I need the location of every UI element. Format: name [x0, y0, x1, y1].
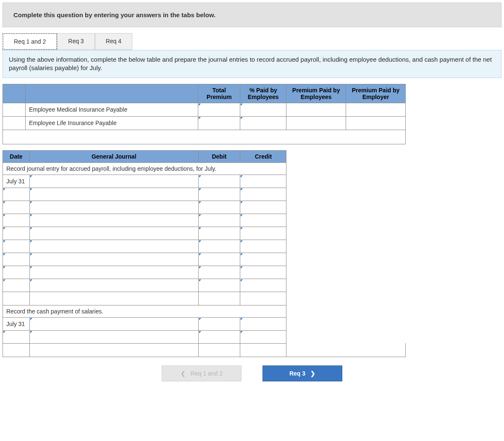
- header-date: Date: [3, 150, 30, 162]
- table-row: [3, 292, 406, 305]
- header-blank-2: [25, 84, 198, 103]
- header-credit: Credit: [240, 150, 286, 162]
- next-button[interactable]: Req 3 ❯: [262, 365, 342, 381]
- input-account: [29, 292, 198, 305]
- input-debit[interactable]: [198, 240, 240, 253]
- input-account[interactable]: [29, 201, 198, 214]
- input-account[interactable]: [29, 330, 198, 343]
- input-date[interactable]: [3, 266, 30, 279]
- premium-row-life: Employee Life Insurance Payable: [3, 116, 406, 130]
- spacer-row: [3, 130, 406, 144]
- input-debit[interactable]: [198, 188, 240, 201]
- input-pct-life[interactable]: [240, 116, 286, 130]
- header-general-journal: General Journal: [29, 150, 198, 162]
- input-credit[interactable]: [240, 330, 286, 343]
- input-credit[interactable]: [240, 279, 286, 292]
- calc-paid-empr-life: [346, 116, 406, 130]
- cell-date-2: July 31: [3, 317, 30, 330]
- table-row: [3, 266, 406, 279]
- input-debit[interactable]: [198, 253, 240, 266]
- input-date[interactable]: [3, 214, 30, 227]
- input-date[interactable]: [3, 253, 30, 266]
- input-debit[interactable]: [198, 227, 240, 240]
- premium-table: Total Premium % Paid by Employees Premiu…: [3, 84, 406, 144]
- header-paid-employer: Premium Paid by Employer: [346, 84, 406, 103]
- input-credit: [240, 343, 286, 357]
- input-total-life[interactable]: [198, 116, 240, 130]
- input-debit[interactable]: [198, 214, 240, 227]
- input-account[interactable]: [29, 253, 198, 266]
- input-account[interactable]: [29, 188, 198, 201]
- table-row: July 31: [3, 175, 406, 188]
- table-row: [3, 253, 406, 266]
- input-credit[interactable]: [240, 175, 286, 188]
- input-date[interactable]: [3, 227, 30, 240]
- input-debit[interactable]: [198, 317, 240, 330]
- input-debit[interactable]: [198, 201, 240, 214]
- input-credit[interactable]: [240, 253, 286, 266]
- input-date[interactable]: [3, 240, 30, 253]
- header-total-premium: Total Premium: [198, 84, 240, 103]
- input-credit[interactable]: [240, 188, 286, 201]
- prev-button[interactable]: ❮ Req 1 and 2: [162, 365, 242, 381]
- table-row: [3, 343, 406, 357]
- table-row: July 31: [3, 317, 406, 330]
- premium-row-medical: Employee Medical Insurance Payable: [3, 103, 406, 116]
- table-row: [3, 279, 406, 292]
- label-medical-insurance: Employee Medical Insurance Payable: [25, 103, 198, 116]
- nav-bar: ❮ Req 1 and 2 Req 3 ❯: [3, 365, 501, 390]
- input-account[interactable]: [29, 266, 198, 279]
- header-paid-employees: Premium Paid by Employees: [286, 84, 346, 103]
- calc-paid-emp-medical: [286, 103, 346, 116]
- input-debit[interactable]: [198, 330, 240, 343]
- cell-blank: [3, 116, 26, 130]
- input-debit: [198, 292, 240, 305]
- input-account[interactable]: [29, 214, 198, 227]
- input-account[interactable]: [29, 317, 198, 330]
- input-account[interactable]: [29, 175, 198, 188]
- cell-date-1: July 31: [3, 175, 30, 188]
- tab-req-3[interactable]: Req 3: [57, 33, 94, 50]
- input-credit[interactable]: [240, 317, 286, 330]
- header-blank-1: [3, 84, 26, 103]
- input-credit: [240, 292, 286, 305]
- table-row: [3, 227, 406, 240]
- input-debit[interactable]: [198, 266, 240, 279]
- next-label: Req 3: [289, 370, 305, 377]
- input-credit[interactable]: [240, 201, 286, 214]
- header-debit: Debit: [198, 150, 240, 162]
- chevron-left-icon: ❮: [181, 370, 186, 377]
- tab-req-4[interactable]: Req 4: [95, 33, 132, 50]
- input-credit[interactable]: [240, 214, 286, 227]
- input-pct-medical[interactable]: [240, 103, 286, 116]
- table-row: [3, 330, 406, 343]
- instruction-banner: Complete this question by entering your …: [3, 3, 501, 27]
- instruction-text: Complete this question by entering your …: [13, 11, 215, 18]
- input-credit[interactable]: [240, 227, 286, 240]
- chevron-right-icon: ❯: [310, 370, 315, 377]
- input-account: [29, 343, 198, 357]
- calc-paid-emp-life: [286, 116, 346, 130]
- input-date: [3, 343, 30, 357]
- input-account[interactable]: [29, 240, 198, 253]
- input-credit[interactable]: [240, 240, 286, 253]
- input-total-medical[interactable]: [198, 103, 240, 116]
- instruction-accrued-payroll: Record journal entry for accrued payroll…: [3, 162, 286, 175]
- input-credit[interactable]: [240, 266, 286, 279]
- input-date[interactable]: [3, 330, 30, 343]
- tab-bar: Req 1 and 2 Req 3 Req 4: [3, 33, 501, 50]
- calc-paid-empr-medical: [346, 103, 406, 116]
- tab-req-1-and-2[interactable]: Req 1 and 2: [3, 33, 57, 50]
- input-account[interactable]: [29, 227, 198, 240]
- table-row: [3, 188, 406, 201]
- input-date[interactable]: [3, 279, 30, 292]
- cell-blank: [3, 103, 26, 116]
- input-account[interactable]: [29, 279, 198, 292]
- instruction-cash-payment: Record the cash payment of salaries.: [3, 305, 286, 317]
- input-date[interactable]: [3, 188, 30, 201]
- input-date[interactable]: [3, 201, 30, 214]
- sub-instruction: Using the above information, complete th…: [3, 50, 501, 78]
- journal-table: Date General Journal Debit Credit Record…: [3, 150, 406, 357]
- input-debit[interactable]: [198, 279, 240, 292]
- input-debit[interactable]: [198, 175, 240, 188]
